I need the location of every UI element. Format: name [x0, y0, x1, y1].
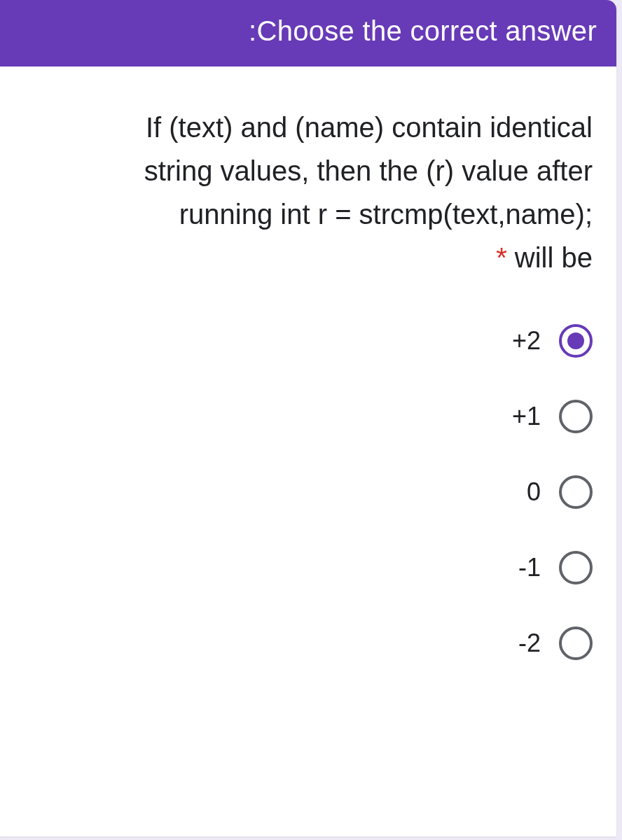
radio-icon[interactable]: [559, 324, 593, 358]
option-label: -2: [518, 629, 541, 658]
options-group: +2 +1 0 -1 -2: [0, 324, 597, 660]
question-body: If (text) and (name) contain identical s…: [0, 66, 616, 688]
option-minus-2[interactable]: -2: [0, 626, 593, 660]
question-card: :Choose the correct answer If (text) and…: [0, 0, 616, 836]
option-plus-2[interactable]: +2: [0, 324, 593, 358]
question-line: string values, then the (r) value after: [0, 149, 593, 192]
radio-icon[interactable]: [559, 475, 593, 509]
section-title: :Choose the correct answer: [249, 15, 597, 46]
required-asterisk: *: [496, 242, 507, 273]
option-plus-1[interactable]: +1: [0, 400, 593, 433]
question-line: running int r = strcmp(text,name);: [0, 192, 593, 236]
section-header: :Choose the correct answer: [0, 0, 616, 66]
radio-icon[interactable]: [559, 551, 593, 584]
option-zero[interactable]: 0: [0, 475, 593, 509]
option-label: -1: [518, 553, 541, 582]
question-suffix: will be: [507, 242, 593, 273]
option-label: +1: [512, 402, 541, 431]
option-label: 0: [527, 477, 541, 507]
question-text: If (text) and (name) contain identical s…: [0, 106, 597, 279]
radio-icon[interactable]: [559, 400, 593, 433]
option-minus-1[interactable]: -1: [0, 551, 593, 584]
radio-icon[interactable]: [559, 626, 593, 660]
question-line: * will be: [0, 236, 593, 279]
option-label: +2: [512, 326, 541, 356]
question-line: If (text) and (name) contain identical: [0, 106, 593, 149]
